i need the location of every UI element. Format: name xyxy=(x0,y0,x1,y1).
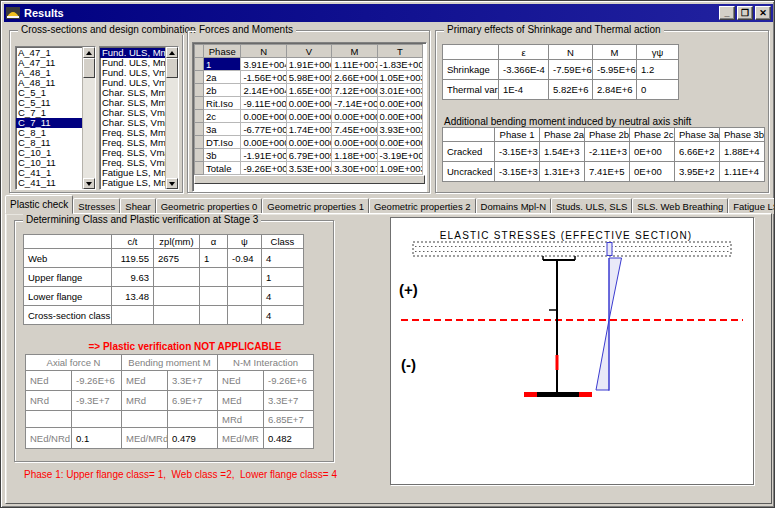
list-item[interactable]: C_5_11 xyxy=(16,98,82,108)
tab-domains-mpl-n[interactable]: Domains Mpl-N xyxy=(476,198,551,214)
list-item[interactable]: Char. SLS, Vmin xyxy=(100,118,165,128)
list-item[interactable]: Fund. ULS, Vmax xyxy=(100,68,165,78)
cell[interactable]: 0.00E+000 xyxy=(377,136,422,149)
list-item[interactable]: A_47_1 xyxy=(16,48,82,58)
close-icon[interactable]: ✕ xyxy=(755,6,771,20)
cell[interactable]: 1.74E+005 xyxy=(286,123,331,136)
list-item[interactable]: Freq. SLS, Mmin xyxy=(100,138,165,148)
vertical-scrollbar[interactable] xyxy=(165,47,178,189)
phase-cell[interactable]: 3b xyxy=(204,149,241,162)
tab-fatigue-ls-1[interactable]: Fatigue LS 1 xyxy=(728,198,774,214)
list-item[interactable]: Fatigue LS, Mmin xyxy=(100,178,165,188)
cell[interactable]: -1.83E+002 xyxy=(377,58,422,71)
cell[interactable]: 0.00E+000 xyxy=(241,110,286,123)
list-item[interactable]: A_48_11 xyxy=(16,78,82,88)
cell[interactable]: 0.00E+000 xyxy=(332,136,377,149)
phase-cell[interactable]: 3a xyxy=(204,123,241,136)
minimize-icon[interactable]: _ xyxy=(719,6,735,20)
list-item[interactable]: Char. SLS, Mmin xyxy=(100,98,165,108)
tab-geometric-properties-1[interactable]: Geometric properties 1 xyxy=(262,198,369,214)
phase-cell-selected[interactable]: 1 xyxy=(204,58,241,71)
maximize-icon[interactable]: ❐ xyxy=(737,6,753,20)
cell[interactable]: -1.56E+004 xyxy=(241,71,286,84)
cell[interactable]: -9.11E+006 xyxy=(241,97,286,110)
phase-cell[interactable]: DT.Iso xyxy=(204,136,241,149)
title-bar[interactable]: Results _ ❐ ✕ xyxy=(4,4,773,22)
cell[interactable]: 2.66E+006 xyxy=(332,71,377,84)
cell[interactable]: 0.00E+000 xyxy=(241,136,286,149)
cell[interactable]: 0.00E+000 xyxy=(286,136,331,149)
cell[interactable]: -1.91E+005 xyxy=(241,149,286,162)
cell[interactable]: 0.00E+000 xyxy=(377,97,422,110)
list-item-selected[interactable]: Fund. ULS, Mmax xyxy=(100,48,165,58)
cell[interactable]: 3.30E+007 xyxy=(332,162,377,175)
sections-listbox[interactable]: A_47_1 A_47_11 A_48_1 A_48_11 C_5_1 C_5_… xyxy=(15,46,96,190)
scroll-down-button[interactable] xyxy=(83,178,95,189)
list-item[interactable]: Fatigue LS, Mmax xyxy=(100,168,165,178)
list-item[interactable]: Char. SLS, Vmax xyxy=(100,108,165,118)
list-item[interactable]: C_41_11 xyxy=(16,178,82,188)
cell[interactable]: 2.14E+004 xyxy=(241,84,286,97)
tab-plastic-check[interactable]: Plastic check xyxy=(5,195,73,214)
list-item[interactable]: C_8_1 xyxy=(16,128,82,138)
list-item[interactable]: C_7_1 xyxy=(16,108,82,118)
list-item-selected[interactable]: C_7_11 xyxy=(16,118,82,128)
cell[interactable]: 3.93E+002 xyxy=(377,123,422,136)
phase-cell[interactable]: 2b xyxy=(204,84,241,97)
tab-geometric-properties-2[interactable]: Geometric properties 2 xyxy=(369,198,476,214)
cell[interactable]: 3.01E+003 xyxy=(377,84,422,97)
tab-geometric-properties-0[interactable]: Geometric properties 0 xyxy=(156,198,263,214)
horizontal-scrollbar[interactable] xyxy=(194,175,425,184)
combinations-listbox[interactable]: Fund. ULS, Mmax Fund. ULS, Mmin Fund. UL… xyxy=(99,46,179,190)
scroll-down-button[interactable] xyxy=(166,178,178,189)
vertical-scrollbar[interactable] xyxy=(82,47,95,189)
phase-cell[interactable]: 2a xyxy=(204,71,241,84)
cell[interactable]: 5.98E+005 xyxy=(286,71,331,84)
list-item[interactable]: Freq. SLS, Vmin xyxy=(100,158,165,168)
list-item[interactable]: C_10_1 xyxy=(16,148,82,158)
cell[interactable]: 0.00E+000 xyxy=(332,110,377,123)
cell[interactable]: 1.11E+007 xyxy=(332,58,377,71)
phase-cell[interactable]: Totale xyxy=(204,162,241,175)
cell[interactable]: 3.91E+004 xyxy=(241,58,286,71)
list-item[interactable]: Fund. ULS, Mmin xyxy=(100,58,165,68)
phase-cell[interactable]: 2c xyxy=(204,110,241,123)
tab-sls-web-breathing[interactable]: SLS. Web Breathing xyxy=(632,198,728,214)
cell[interactable]: 1.09E+003 xyxy=(377,162,422,175)
list-item[interactable]: Char. SLS, Mmax xyxy=(100,88,165,98)
tab-studs-uls-sls[interactable]: Studs. ULS, SLS xyxy=(551,198,632,214)
scroll-up-button[interactable] xyxy=(83,47,95,58)
phase-cell[interactable]: Rit.Iso xyxy=(204,97,241,110)
cell[interactable]: 0.00E+000 xyxy=(286,97,331,110)
list-item[interactable]: A_48_1 xyxy=(16,68,82,78)
tab-shear[interactable]: Shear xyxy=(120,198,155,214)
scroll-up-button[interactable] xyxy=(166,47,178,58)
scrollbar-thumb[interactable] xyxy=(83,58,95,78)
list-item[interactable]: Freq. SLS, Vmax xyxy=(100,148,165,158)
cell[interactable]: 6.79E+005 xyxy=(286,149,331,162)
list-item[interactable]: C_8_11 xyxy=(16,138,82,148)
forces-grid[interactable]: Phase N V M T 1 3.91E+004 1.91E+006 1.11… xyxy=(192,42,427,192)
cell[interactable]: 1.18E+007 xyxy=(332,149,377,162)
cell[interactable]: -9.26E+006 xyxy=(241,162,286,175)
cell[interactable]: -6.77E+003 xyxy=(241,123,286,136)
cell[interactable]: -3.19E+003 xyxy=(377,149,422,162)
list-item[interactable]: C_10_11 xyxy=(16,158,82,168)
cell[interactable]: 7.12E+006 xyxy=(332,84,377,97)
cell[interactable]: 0.00E+000 xyxy=(377,110,422,123)
cell[interactable]: 1.91E+006 xyxy=(286,58,331,71)
cell[interactable]: 0.00E+000 xyxy=(286,110,331,123)
cell[interactable]: 3.53E+006 xyxy=(286,162,331,175)
list-item[interactable]: Fund. ULS, Vmin xyxy=(100,78,165,88)
list-item[interactable]: Freq. SLS, Mmax xyxy=(100,128,165,138)
table-row: 2c 0.00E+000 0.00E+000 0.00E+000 0.00E+0… xyxy=(195,110,423,123)
list-item[interactable]: A_47_11 xyxy=(16,58,82,68)
cell[interactable]: 1.65E+005 xyxy=(286,84,331,97)
cell[interactable]: -7.14E+006 xyxy=(332,97,377,110)
list-item[interactable]: C_41_1 xyxy=(16,168,82,178)
list-item[interactable]: C_5_1 xyxy=(16,88,82,98)
cell[interactable]: 7.45E+006 xyxy=(332,123,377,136)
tab-stresses[interactable]: Stresses xyxy=(73,198,120,214)
cell[interactable]: 1.05E+003 xyxy=(377,71,422,84)
scrollbar-thumb[interactable] xyxy=(166,58,178,78)
